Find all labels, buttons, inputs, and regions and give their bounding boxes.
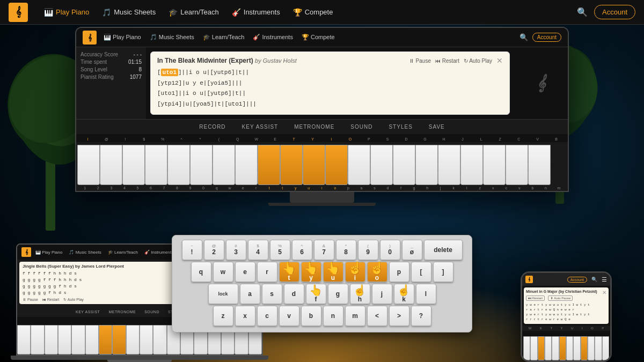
pause-button[interactable]: ⏸ Pause: [409, 58, 431, 64]
vkb-key-7[interactable]: & 7: [314, 240, 334, 260]
vkb-key-z[interactable]: z: [213, 306, 233, 326]
piano-white-key[interactable]: [280, 145, 303, 185]
vkb-key-5[interactable]: % 5: [270, 240, 290, 260]
vkb-key-question[interactable]: ?: [411, 306, 431, 326]
laptop-white-key[interactable]: [71, 325, 85, 354]
laptop-toolbar-sound[interactable]: SOUND: [144, 310, 159, 314]
piano-white-key[interactable]: [528, 145, 551, 185]
phone-white-key[interactable]: [552, 336, 559, 360]
phone-white-key[interactable]: [566, 336, 573, 360]
vkb-key-n[interactable]: n: [323, 306, 343, 326]
search-icon[interactable]: 🔍: [577, 7, 588, 17]
vkb-key-9[interactable]: ( 9: [358, 240, 378, 260]
vkb-key-8[interactable]: * 8: [336, 240, 356, 260]
piano-white-key[interactable]: [415, 145, 438, 185]
vkb-key-s[interactable]: s: [262, 284, 282, 304]
vkb-key-bracket-l[interactable]: [: [411, 262, 431, 282]
vkb-key-lt[interactable]: <: [367, 306, 387, 326]
phone-pause-btn[interactable]: ⏸ Auto Pause: [548, 295, 573, 301]
phone-white-key[interactable]: [602, 336, 609, 360]
laptop-nav-learn[interactable]: 🎓 Learn/Teach: [106, 249, 140, 256]
phone-account-button[interactable]: Account: [567, 277, 587, 283]
nav-compete[interactable]: 🏆 Compete: [288, 5, 339, 20]
piano-white-key[interactable]: [190, 145, 213, 185]
vkb-key-tilde[interactable]: ~ !: [182, 240, 202, 260]
vkb-key-lock[interactable]: lock: [208, 284, 238, 304]
piano-white-key[interactable]: [370, 145, 393, 185]
piano-white-key[interactable]: [100, 145, 122, 185]
laptop-white-key[interactable]: [17, 325, 31, 354]
piano-white-key[interactable]: [213, 145, 235, 185]
piano-white-key[interactable]: [460, 145, 483, 185]
nav-play-piano[interactable]: 🎹 Play Piano: [39, 5, 94, 20]
toolbar-metronome[interactable]: METRONOME: [294, 124, 334, 130]
vkb-key-4[interactable]: $ 4: [248, 240, 268, 260]
piano-white-key[interactable]: [483, 145, 506, 185]
vkb-key-y[interactable]: 👆 y: [301, 262, 321, 282]
vkb-key-i[interactable]: ☝ i: [345, 262, 365, 282]
monitor-nav-instruments[interactable]: 🎸 Instruments: [249, 32, 297, 42]
vkb-key-gt[interactable]: >: [389, 306, 409, 326]
vkb-key-j[interactable]: j: [372, 284, 392, 304]
laptop-white-key[interactable]: [58, 325, 71, 354]
laptop-white-key[interactable]: [31, 325, 44, 354]
vkb-key-q[interactable]: q: [191, 262, 211, 282]
restart-button[interactable]: ⏮ Restart: [435, 58, 459, 64]
laptop-white-key[interactable]: [153, 325, 166, 354]
toolbar-styles[interactable]: STYLES: [389, 124, 412, 130]
vkb-key-v[interactable]: v: [279, 306, 299, 326]
piano-white-key[interactable]: [235, 145, 258, 185]
vkb-key-k[interactable]: ☝ k: [394, 284, 414, 304]
phone-white-key[interactable]: [523, 336, 530, 360]
vkb-key-m[interactable]: m: [345, 306, 365, 326]
phone-restart-btn[interactable]: ⏮ Restart: [526, 295, 545, 301]
piano-white-key[interactable]: [145, 145, 167, 185]
phone-white-key[interactable]: [581, 336, 588, 360]
phone-white-key[interactable]: [573, 336, 580, 360]
phone-white-key[interactable]: [559, 336, 566, 360]
vkb-key-c[interactable]: c: [257, 306, 277, 326]
laptop-autoplay-btn[interactable]: ↻ Auto Play: [63, 298, 84, 302]
virtual-keyboard[interactable]: ~ ! @ 2 # 3 $ 4 % 5 ^ 6 & 7 * 8: [172, 235, 472, 333]
vkb-key-d[interactable]: d: [284, 284, 304, 304]
vkb-key-2[interactable]: @ 2: [204, 240, 224, 260]
laptop-white-key[interactable]: [140, 325, 153, 354]
piano-white-key[interactable]: [393, 145, 415, 185]
vkb-key-bracket-r[interactable]: ]: [433, 262, 453, 282]
monitor-nav-play[interactable]: 🎹 Play Piano: [100, 32, 145, 42]
phone-white-key[interactable]: [588, 336, 595, 360]
vkb-key-p[interactable]: p: [389, 262, 409, 282]
close-button[interactable]: ✕: [496, 56, 503, 65]
piano-white-key[interactable]: [122, 145, 145, 185]
account-button[interactable]: Account: [594, 5, 635, 19]
phone-white-key[interactable]: [538, 336, 545, 360]
piano-white-key[interactable]: [77, 145, 100, 185]
laptop-restart-btn[interactable]: ⏮ Restart: [42, 298, 60, 302]
laptop-nav-play[interactable]: 🎹 Play Piano: [33, 249, 64, 256]
vkb-key-e[interactable]: e: [235, 262, 255, 282]
autoplay-button[interactable]: ↻ Auto Play: [464, 58, 492, 64]
monitor-account-button[interactable]: Account: [532, 33, 561, 42]
toolbar-save[interactable]: SAVE: [429, 124, 445, 130]
nav-learn-teach[interactable]: 🎓 Learn/Teach: [163, 5, 224, 20]
phone-white-key[interactable]: [595, 336, 602, 360]
vkb-key-6[interactable]: ^ 6: [292, 240, 312, 260]
toolbar-key-assist[interactable]: KEY ASSIST: [242, 124, 279, 130]
vkb-key-f[interactable]: 👆 f: [306, 284, 326, 304]
laptop-white-key[interactable]: [85, 325, 99, 354]
phone-menu-icon[interactable]: ☰: [602, 276, 607, 283]
monitor-nav-learn[interactable]: 🎓 Learn/Teach: [199, 32, 248, 42]
piano-white-key[interactable]: [303, 145, 325, 185]
phone-white-key[interactable]: [530, 336, 537, 360]
laptop-nav-sheets[interactable]: 🎵 Music Sheets: [67, 249, 103, 256]
phone-search-icon[interactable]: 🔍: [591, 277, 597, 282]
monitor-nav-sheets[interactable]: 🎵 Music Sheets: [146, 32, 198, 42]
vkb-key-dash[interactable]: _ ø: [402, 240, 422, 260]
vkb-key-o[interactable]: ☝ o: [367, 262, 387, 282]
laptop-toolbar-key-assist[interactable]: KEY ASSIST: [76, 310, 100, 314]
nav-instruments[interactable]: 🎸 Instruments: [226, 5, 286, 20]
toolbar-sound[interactable]: SOUND: [350, 124, 372, 130]
monitor-search-icon[interactable]: 🔍: [519, 33, 528, 41]
vkb-key-r[interactable]: r: [257, 262, 277, 282]
vkb-key-3[interactable]: # 3: [226, 240, 246, 260]
